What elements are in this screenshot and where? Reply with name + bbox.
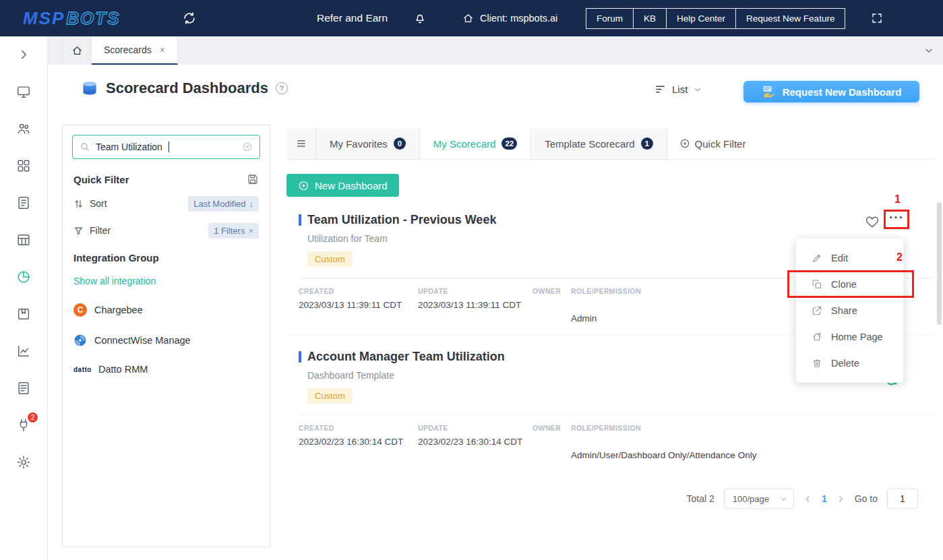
integration-item-connectwise[interactable]: ConnectWise Manage xyxy=(63,334,270,347)
logo-text-bots: BOTS xyxy=(66,8,120,29)
search-clear-icon[interactable] xyxy=(242,142,253,152)
tab-label: Template Scorecard xyxy=(545,138,634,150)
sidebar-item-apps-grid-icon[interactable] xyxy=(16,158,32,174)
owner-label: OWNER xyxy=(533,287,571,295)
sidebar-item-dashboard-icon[interactable] xyxy=(16,84,32,100)
tab-list-chevron-down-icon[interactable] xyxy=(924,46,934,55)
menu-item-label: Home Page xyxy=(831,332,883,342)
request-hand-icon xyxy=(762,84,777,99)
sidebar-item-analytics-chart-icon[interactable] xyxy=(16,343,32,359)
menu-item-label: Share xyxy=(831,305,857,316)
filter-chip[interactable]: 1 Filters × xyxy=(208,223,259,239)
notifications-bell-icon[interactable] xyxy=(413,0,427,36)
home-page-icon xyxy=(812,332,822,342)
forum-button[interactable]: Forum xyxy=(586,8,634,29)
tab-label: My Scorecard xyxy=(433,138,496,150)
page-number[interactable]: 1 xyxy=(822,493,827,504)
sidebar-item-scorecards-pie-icon[interactable] xyxy=(16,269,32,285)
menu-item-home-page[interactable]: Home Page xyxy=(796,323,903,350)
new-dashboard-button[interactable]: New Dashboard xyxy=(286,174,399,197)
quick-filter-heading: Quick Filter xyxy=(73,174,129,185)
integration-item-chargebee[interactable]: C Chargebee xyxy=(63,303,270,317)
sidebar-item-forms-icon[interactable] xyxy=(16,380,32,396)
client-selector[interactable]: Client: mspbots.ai xyxy=(462,0,557,36)
delete-trash-icon xyxy=(812,358,822,369)
sidebar-item-reports-icon[interactable] xyxy=(16,195,32,211)
tab-scorecards-label: Scorecards xyxy=(104,44,152,55)
refer-and-earn-link[interactable]: Refer and Earn xyxy=(317,0,388,36)
pagination-total: Total 2 xyxy=(686,493,714,504)
prev-page-icon[interactable] xyxy=(803,495,812,503)
sort-icon xyxy=(73,199,84,209)
annotation-step-1: 1 xyxy=(894,193,901,206)
tabs-hamburger-icon[interactable] xyxy=(286,128,316,159)
request-new-dashboard-button[interactable]: Request New Dashboard xyxy=(743,81,919,102)
help-icon[interactable]: ? xyxy=(276,82,288,94)
integration-name: Datto RMM xyxy=(98,364,148,375)
save-filter-icon[interactable] xyxy=(247,173,259,185)
sidebar-item-datasets-table-icon[interactable] xyxy=(16,232,32,248)
view-mode-select[interactable]: List xyxy=(655,84,702,95)
share-icon xyxy=(812,305,822,316)
sidebar-item-users-icon[interactable] xyxy=(16,121,32,137)
created-value: 2023/03/13 11:39:11 CDT xyxy=(299,300,418,310)
annotation-step-2: 2 xyxy=(896,251,903,263)
tab-my-scorecard[interactable]: My Scorecard 22 xyxy=(420,128,531,159)
mspbots-logo[interactable]: MSPBOTS xyxy=(23,0,121,36)
list-view-icon xyxy=(655,84,666,95)
page-size-chevron-down-icon xyxy=(780,495,787,503)
menu-item-clone[interactable]: Clone xyxy=(796,271,903,297)
view-mode-chevron-down-icon xyxy=(694,86,702,94)
tab-my-favorites[interactable]: My Favorites 0 xyxy=(316,128,420,159)
menu-item-delete[interactable]: Delete xyxy=(796,350,903,376)
database-icon xyxy=(81,80,98,97)
page-size-value: 100/page xyxy=(733,494,769,504)
tab-close-icon[interactable]: × xyxy=(160,44,165,55)
sort-chip[interactable]: Last Modified ↓ xyxy=(188,196,259,212)
home-tab[interactable] xyxy=(62,36,92,65)
sort-desc-arrow-icon: ↓ xyxy=(249,199,254,209)
fullscreen-icon[interactable] xyxy=(871,0,883,36)
integration-item-datto[interactable]: datto Datto RMM xyxy=(63,364,270,375)
show-all-integration-link[interactable]: Show all integration xyxy=(63,276,270,286)
request-new-dashboard-label: Request New Dashboard xyxy=(783,86,902,98)
card-title[interactable]: Account Manager Team Utilization xyxy=(307,350,505,364)
plus-circle-icon xyxy=(679,138,690,149)
favorite-heart-icon[interactable] xyxy=(865,214,880,229)
sidebar-expand-chevron-icon[interactable] xyxy=(16,46,32,63)
tab-scorecards[interactable]: Scorecards × xyxy=(92,36,178,65)
sort-label: Sort xyxy=(90,198,107,209)
help-center-button[interactable]: Help Center xyxy=(666,8,736,29)
next-page-icon[interactable] xyxy=(836,495,845,503)
edit-pencil-icon xyxy=(812,253,822,263)
sync-icon[interactable] xyxy=(182,0,197,36)
goto-page-input[interactable] xyxy=(887,489,918,509)
sort-chip-label: Last Modified xyxy=(193,199,245,209)
filter-chip-remove-icon[interactable]: × xyxy=(248,226,253,236)
quick-filter-tab[interactable]: Quick Filter xyxy=(679,128,746,159)
menu-item-edit[interactable]: Edit xyxy=(796,245,903,271)
custom-tag: Custom xyxy=(307,251,353,267)
request-new-feature-button[interactable]: Request New Feature xyxy=(735,8,845,29)
role-label: ROLE/PERMISSION xyxy=(571,424,935,432)
sidebar-item-integrations-plug-icon[interactable]: 2 xyxy=(16,417,32,433)
page-scrollbar-thumb[interactable] xyxy=(937,202,942,325)
search-input[interactable]: Team Utilization xyxy=(72,135,260,159)
more-actions-icon[interactable]: ··· xyxy=(889,210,904,224)
filter-chip-label: 1 Filters xyxy=(214,226,245,236)
page-header: Scorecard Dashboards ? List Request New … xyxy=(48,65,943,112)
sidebar-item-settings-gear-icon[interactable] xyxy=(16,454,32,470)
card-title[interactable]: Team Utilization - Previous Week xyxy=(307,213,496,227)
card-accent-bar xyxy=(299,351,301,363)
home-tab-icon xyxy=(71,45,83,57)
page-tab-bar: Scorecards × xyxy=(48,36,943,65)
page-title: Scorecard Dashboards xyxy=(106,80,268,97)
kb-button[interactable]: KB xyxy=(633,8,667,29)
update-value: 2023/03/13 11:39:11 CDT xyxy=(418,300,533,310)
sidebar-item-widgets-icon[interactable] xyxy=(16,306,32,322)
integration-group-heading: Integration Group xyxy=(73,252,159,263)
menu-item-share[interactable]: Share xyxy=(796,297,903,323)
goto-label: Go to xyxy=(855,493,878,504)
tab-template-scorecard[interactable]: Template Scorecard 1 xyxy=(531,128,667,159)
page-size-select[interactable]: 100/page xyxy=(724,489,794,509)
